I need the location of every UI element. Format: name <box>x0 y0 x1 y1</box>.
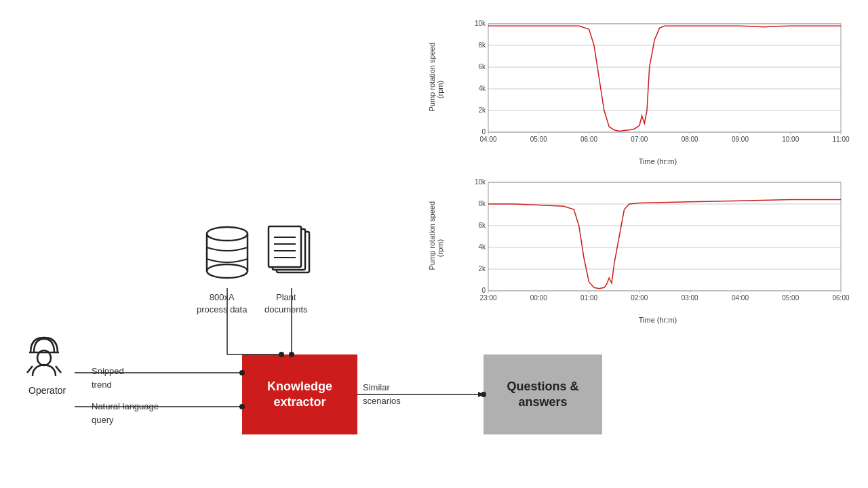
chart2-x-label: Time (hr:m) <box>461 316 854 324</box>
svg-marker-25 <box>478 392 484 397</box>
similar-scenarios-label: Similarscenarios <box>363 381 401 407</box>
charts-section: Pump rotation speed(rpm) Time (hr:m) Pum… <box>414 14 854 324</box>
main-container: Operator Snippedtrend Natural languagequ… <box>0 0 868 488</box>
db-label: 800xA process data <box>197 291 247 316</box>
natural-language-label: Natural languagequery <box>92 400 159 426</box>
ke-label: Knowledgeextractor <box>267 379 332 411</box>
chart1-container: Pump rotation speed(rpm) Time (hr:m) <box>414 14 854 165</box>
documents-icon <box>264 224 319 285</box>
svg-rect-10 <box>269 226 301 267</box>
qa-box: Questions &answers <box>484 354 602 434</box>
chart2-canvas <box>461 172 854 314</box>
operator-label: Operator <box>28 385 66 396</box>
chart2-container: Pump rotation speed(rpm) Time (hr:m) <box>414 172 854 324</box>
chart1-y-label: Pump rotation speed(rpm) <box>428 68 444 112</box>
chart2-y-label: Pump rotation speed(rpm) <box>428 226 444 270</box>
chart1-canvas <box>461 14 854 156</box>
svg-line-3 <box>56 366 61 373</box>
database-icon <box>200 224 254 285</box>
knowledge-extractor-box: Knowledgeextractor <box>242 354 357 434</box>
svg-line-2 <box>27 366 33 373</box>
svg-point-7 <box>207 264 248 278</box>
chart1-x-label: Time (hr:m) <box>461 157 854 165</box>
snipped-trend-label: Snippedtrend <box>92 365 124 391</box>
svg-point-4 <box>207 227 248 241</box>
docs-label: Plant documents <box>264 291 308 316</box>
qa-label: Questions &answers <box>507 379 578 411</box>
operator-icon <box>20 332 68 380</box>
